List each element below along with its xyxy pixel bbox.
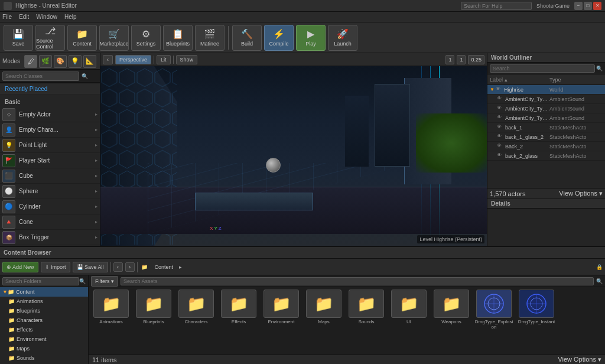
search-folders-input[interactable]: [2, 277, 79, 285]
list-item[interactable]: 👤 Empty Chara... ▸: [0, 122, 100, 138]
search-classes-input[interactable]: [2, 72, 79, 81]
player-start-label: Player Start: [19, 157, 95, 164]
build-button[interactable]: 🔨 Build: [232, 25, 262, 51]
cb-folder-item[interactable]: 📁 Sounds: [0, 353, 88, 363]
empty-character-icon: 👤: [2, 124, 15, 136]
wo-item[interactable]: 👁 AmbientCity_TypeC_A... AmbientSound: [487, 104, 605, 113]
wo-root-item[interactable]: ▼ 👁 Highrise World: [487, 85, 605, 95]
menu-edit[interactable]: Edit: [19, 14, 29, 20]
wo-item[interactable]: 👁 AmbientCity_TypeC_Stereo AmbientSound: [487, 95, 605, 104]
box-trigger-arrow: ▸: [95, 235, 97, 240]
nav-fwd-button[interactable]: ›: [125, 262, 135, 272]
asset-thumb: 📁: [178, 290, 214, 318]
wo-item[interactable]: 👁 back_1_glass_2 StaticMeshActo: [487, 132, 605, 142]
wo-item[interactable]: 👁 back_2_glass StaticMeshActo: [487, 151, 605, 161]
mode-geometry[interactable]: 💡: [69, 55, 82, 68]
section-recently-placed: Recently Placed: [0, 83, 100, 96]
list-item[interactable]: 🚩 Player Start ▸: [0, 153, 100, 168]
viewport-nav-back[interactable]: ‹: [103, 55, 113, 64]
asset-item[interactable]: 📁 Effects: [219, 290, 259, 330]
asset-label: Environment: [268, 319, 295, 324]
mode-place[interactable]: 🖊: [24, 55, 37, 68]
cb-folder-item[interactable]: ▼📁 Content: [0, 287, 88, 297]
wo-item[interactable]: 👁 Back_2 StaticMeshActo: [487, 142, 605, 151]
filters-button[interactable]: Filters ▾: [91, 276, 118, 287]
asset-item[interactable]: 📁 Blueprints: [134, 290, 174, 330]
cb-folder-item[interactable]: 📁 Animations: [0, 297, 88, 306]
cb-folder-item[interactable]: 📁 Characters: [0, 316, 88, 325]
asset-item[interactable]: 📁 Animations: [91, 290, 131, 330]
maximize-button[interactable]: □: [584, 2, 592, 10]
recently-placed-header[interactable]: Recently Placed: [0, 84, 100, 95]
import-button[interactable]: ⇩ Import: [41, 262, 70, 272]
cb-folder-item[interactable]: 📁 Maps: [0, 344, 88, 353]
blueprints-button[interactable]: 📋 Blueprints: [163, 25, 193, 51]
asset-item[interactable]: 📁 Environment: [261, 290, 301, 330]
save-button[interactable]: 💾 Save: [4, 25, 33, 51]
compile-button[interactable]: ⚡ Compile: [264, 25, 294, 51]
app-logo: [4, 2, 12, 10]
settings-button[interactable]: ⚙ Settings: [131, 25, 161, 51]
asset-item[interactable]: DmgType_Instant: [516, 290, 557, 330]
mode-paint[interactable]: 🎨: [54, 55, 67, 68]
asset-item[interactable]: 📁 UI: [389, 290, 429, 330]
asset-item[interactable]: DmgType_Explosion: [474, 290, 514, 330]
nav-back-button[interactable]: ‹: [113, 262, 123, 272]
add-new-button[interactable]: ⊕ Add New: [2, 262, 38, 272]
cb-toolbar: ⊕ Add New ⇩ Import 💾 Save All ‹ › 📁 Cont…: [0, 259, 605, 275]
list-item[interactable]: 📦 Box Trigger ▸: [0, 230, 100, 245]
cb-sep2: [137, 262, 138, 272]
cb-folder-item[interactable]: 📁 Effects: [0, 325, 88, 334]
cb-folder-item[interactable]: 📁 Blueprints: [0, 306, 88, 316]
mode-landscape[interactable]: 📐: [83, 55, 96, 68]
cone-icon: 🔺: [2, 216, 15, 229]
dmg-instant-label: DmgType_Instant: [518, 319, 555, 324]
menubar: File Edit Window Help: [0, 12, 605, 22]
list-item[interactable]: 🔺 Cone ▸: [0, 214, 100, 230]
menu-file[interactable]: File: [2, 14, 12, 20]
sphere-label: Sphere: [19, 188, 95, 194]
viewport-num2: 1: [457, 55, 466, 64]
toolbar-separator: [228, 26, 229, 50]
asset-item[interactable]: 📁 Characters: [176, 290, 216, 330]
list-item[interactable]: ◇ Empty Actor ▸: [0, 107, 100, 122]
wo-view-options[interactable]: View Options ▾: [559, 190, 603, 197]
menu-help[interactable]: Help: [64, 14, 77, 20]
asset-item[interactable]: 📁 Maps: [304, 290, 344, 330]
list-item[interactable]: ⬛ Cube ▸: [0, 168, 100, 184]
asset-item[interactable]: 📁 Sounds: [346, 290, 386, 330]
viewport-lit-btn[interactable]: Lit: [157, 55, 171, 64]
list-item[interactable]: 💡 Point Light ▸: [0, 138, 100, 153]
save-all-button[interactable]: 💾 Save All: [73, 262, 108, 272]
viewport[interactable]: X Y Z Level Highrise (Persistent): [100, 66, 487, 246]
cylinder-icon: 🔵: [2, 200, 15, 213]
cb-view-options[interactable]: View Options ▾: [558, 356, 601, 363]
viewport-perspective-btn[interactable]: Perspective: [115, 55, 151, 64]
player-start-icon: 🚩: [2, 154, 15, 167]
wo-item[interactable]: 👁 back_1 StaticMeshActo: [487, 123, 605, 132]
cb-folder-item[interactable]: 📁 Environment: [0, 334, 88, 344]
col-label-header: Label ▴: [490, 77, 549, 83]
cb-folder-name: Characters: [17, 317, 43, 323]
launch-button[interactable]: 🚀 Launch: [328, 25, 357, 51]
list-item[interactable]: ⚪ Sphere ▸: [0, 184, 100, 199]
marketplace-button[interactable]: 🛒 Marketplace: [99, 25, 129, 51]
list-item[interactable]: 🔵 Cylinder ▸: [0, 199, 100, 214]
content-button[interactable]: 📁 Content: [67, 25, 97, 51]
world-outliner-search-input[interactable]: [490, 64, 595, 73]
wo-item[interactable]: 👁 AmbientCity_TypeD_Stereo... AmbientSou…: [487, 113, 605, 123]
mode-foliage[interactable]: 🌿: [39, 55, 52, 68]
main-toolbar: 💾 Save ⎇ Source Control 📁 Content 🛒 Mark…: [0, 22, 605, 53]
play-button[interactable]: ▶ Play: [296, 25, 326, 51]
point-light-label: Point Light: [19, 142, 95, 148]
matinee-button[interactable]: 🎬 Matinee: [195, 25, 225, 51]
search-assets-input[interactable]: [121, 277, 594, 285]
source-control-button[interactable]: ⎇ Source Control: [35, 25, 65, 51]
asset-item[interactable]: 📁 Weapons: [431, 290, 471, 330]
help-search-placeholder: Search For Help: [464, 3, 503, 9]
minimize-button[interactable]: −: [574, 2, 583, 10]
help-search[interactable]: Search For Help: [461, 2, 532, 10]
viewport-show-btn[interactable]: Show: [176, 55, 198, 64]
menu-window[interactable]: Window: [36, 14, 57, 20]
close-button[interactable]: ✕: [593, 2, 601, 10]
